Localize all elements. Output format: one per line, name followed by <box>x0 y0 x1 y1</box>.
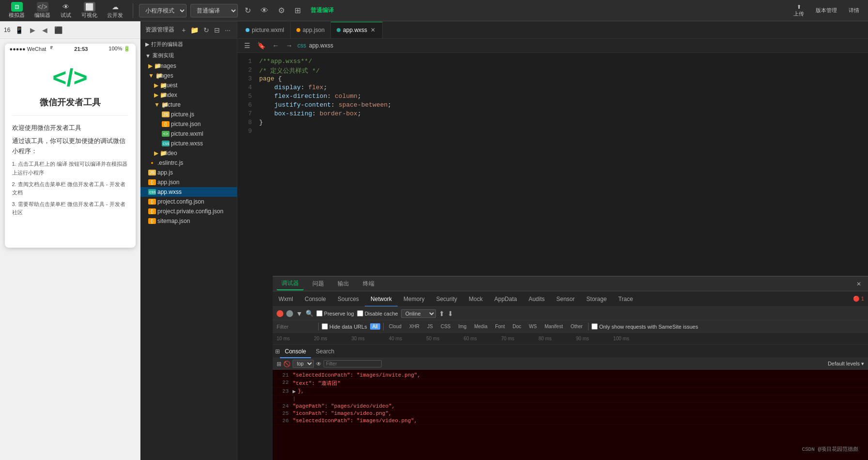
devtools-close-button[interactable]: ✕ <box>853 279 864 289</box>
refresh-files-button[interactable]: ↻ <box>202 25 211 35</box>
refresh-button[interactable]: ↻ <box>242 4 254 17</box>
dt-tab-wxml[interactable]: Wxml <box>273 291 299 307</box>
layers-button[interactable]: ⊞ <box>292 4 304 17</box>
filter-tag-other[interactable]: Other <box>568 323 585 330</box>
sim-back-icon[interactable]: ◀ <box>40 25 49 35</box>
details-button[interactable]: 详情 <box>845 6 863 15</box>
new-file-button[interactable]: + <box>180 25 187 35</box>
import-button[interactable]: ⬆ <box>439 310 445 317</box>
preserve-log-label[interactable]: Preserve log <box>316 310 354 317</box>
export-button[interactable]: ⬇ <box>448 310 453 317</box>
save-button[interactable]: 普通编译 <box>308 4 337 16</box>
search-button[interactable]: 🔍 <box>306 310 313 317</box>
filter-toggle-button[interactable]: ▼ <box>296 310 303 317</box>
console-clear-btn[interactable]: 🚫 <box>283 361 291 367</box>
console-filter-input[interactable] <box>324 360 382 367</box>
filter-tag-manifest[interactable]: Manifest <box>542 323 565 330</box>
file-item-pages[interactable]: ▼ 📁 pages <box>140 71 237 80</box>
editor-bookmark-button[interactable]: 🔖 <box>255 41 267 50</box>
open-editors-section[interactable]: ▶ 打开的编辑器 <box>140 39 237 50</box>
more-files-button[interactable]: ··· <box>223 25 232 35</box>
filter-tag-cloud[interactable]: Cloud <box>387 323 404 330</box>
editor-back-button[interactable]: ← <box>270 41 281 50</box>
console-expand-btn[interactable]: ⊞ <box>277 361 281 367</box>
editor-menu-button[interactable]: ☰ <box>242 41 252 50</box>
file-item-picture-wxss[interactable]: css picture.wxss <box>140 139 237 148</box>
tab-picture-wxml[interactable]: picture.wxml <box>240 22 291 38</box>
console-content[interactable]: 21 "selectedIconPath": "images/invite.pn… <box>273 370 868 460</box>
eye-button[interactable]: 👁 <box>258 4 271 17</box>
disable-cache-label[interactable]: Disable cache <box>357 310 398 317</box>
visual-button[interactable]: ⬜ 可视化 <box>78 1 101 20</box>
hide-data-urls-label[interactable]: Hide data URLs <box>322 323 367 330</box>
file-item-index[interactable]: ▶ 📁 index <box>140 90 237 100</box>
editor-forward-button[interactable]: → <box>284 41 294 50</box>
file-item-appjson[interactable]: {} app.json <box>140 177 237 187</box>
file-item-video[interactable]: ▶ 📁 video <box>140 148 237 158</box>
console-tab-search[interactable]: Search <box>311 345 339 358</box>
tab-app-wxss[interactable]: app.wxss ✕ <box>331 22 383 38</box>
filter-tag-font[interactable]: Font <box>493 323 507 330</box>
upload-button[interactable]: ⬆ 上传 <box>790 3 808 18</box>
file-item-images[interactable]: ▶ 📁 images <box>140 61 237 71</box>
file-item-picture[interactable]: ▼ 📁 picture <box>140 100 237 110</box>
devtools-tab-debugger[interactable]: 调试器 <box>277 277 304 290</box>
tab-app-json[interactable]: app.json <box>291 22 331 38</box>
dt-tab-trace[interactable]: Trace <box>613 291 639 307</box>
dt-tab-network[interactable]: Network <box>365 291 398 307</box>
filter-tag-ws[interactable]: WS <box>527 323 539 330</box>
file-item-appwxss[interactable]: css app.wxss <box>140 187 237 197</box>
file-item-sitemap[interactable]: {} sitemap.json <box>140 216 237 226</box>
dt-tab-sensor[interactable]: Sensor <box>551 291 581 307</box>
simulator-button[interactable]: ⊡ 模拟器 <box>5 1 29 20</box>
console-expand-button[interactable]: ⊞ <box>275 348 280 355</box>
dt-tab-appdata[interactable]: AppData <box>488 291 523 307</box>
stop-button[interactable] <box>286 310 293 317</box>
file-item-picture-json[interactable]: {} picture.json <box>140 119 237 129</box>
file-item-projectprivate[interactable]: {} project.private.config.json <box>140 206 237 216</box>
filter-tag-js[interactable]: JS <box>425 323 435 330</box>
dt-tab-mock[interactable]: Mock <box>463 291 489 307</box>
record-button[interactable] <box>277 310 283 317</box>
disable-cache-checkbox[interactable] <box>357 310 363 317</box>
sim-phone-icon[interactable]: 📱 <box>13 25 25 35</box>
filter-tag-xhr[interactable]: XHR <box>407 323 422 330</box>
filter-tag-doc[interactable]: Doc <box>510 323 524 330</box>
file-item-appjs[interactable]: JS app.js <box>140 168 237 177</box>
console-eye-btn[interactable]: 👁 <box>316 361 322 367</box>
dt-tab-security[interactable]: Security <box>430 291 463 307</box>
file-item-guest[interactable]: ▶ 📁 guest <box>140 80 237 90</box>
compile-mode-select[interactable]: 普通编译 自定义编译 <box>190 4 238 17</box>
filter-tag-all[interactable]: All <box>370 323 380 330</box>
dt-tab-memory[interactable]: Memory <box>398 291 430 307</box>
preserve-log-checkbox[interactable] <box>316 310 323 317</box>
filter-tag-img[interactable]: Img <box>456 323 469 330</box>
file-item-picture-js[interactable]: JS picture.js <box>140 110 237 119</box>
samesite-checkbox[interactable] <box>591 323 598 330</box>
devtools-tab-terminal[interactable]: 终端 <box>358 278 379 290</box>
filter-tag-media[interactable]: Media <box>472 323 490 330</box>
console-top-select[interactable]: top <box>293 360 314 368</box>
dt-tab-sources[interactable]: Sources <box>332 291 365 307</box>
hide-data-urls-checkbox[interactable] <box>322 323 328 330</box>
network-throttle-select[interactable]: Online Slow 3G Fast 3G Offline <box>401 309 436 318</box>
project-section[interactable]: ▼ 案例实现 <box>140 50 237 61</box>
sim-play-icon[interactable]: ▶ <box>28 25 37 35</box>
samesite-label[interactable]: Only show requests with SameSite issues <box>591 323 698 330</box>
new-folder-button[interactable]: 📁 <box>189 25 200 35</box>
console-tab-console[interactable]: Console <box>280 345 311 358</box>
cloud-button[interactable]: ☁ 云开发 <box>103 1 127 20</box>
filter-input[interactable] <box>277 324 315 330</box>
collapse-files-button[interactable]: ⊟ <box>213 25 221 35</box>
mode-select[interactable]: 小程序模式 插件模式 <box>139 4 186 17</box>
editor-button[interactable]: </> 编辑器 <box>31 1 54 20</box>
devtools-tab-output[interactable]: 输出 <box>333 278 354 290</box>
preview-button[interactable]: 👁 试试 <box>56 1 76 20</box>
file-item-eslintrc[interactable]: ● .eslintrc.js <box>140 158 237 168</box>
tab-close-button[interactable]: ✕ <box>370 27 376 33</box>
dt-tab-audits[interactable]: Audits <box>523 291 550 307</box>
file-item-picture-wxml[interactable]: <> picture.wxml <box>140 129 237 139</box>
settings-button[interactable]: ⚙ <box>275 4 288 17</box>
filter-tag-css[interactable]: CSS <box>438 323 453 330</box>
dt-tab-console[interactable]: Console <box>299 291 332 307</box>
